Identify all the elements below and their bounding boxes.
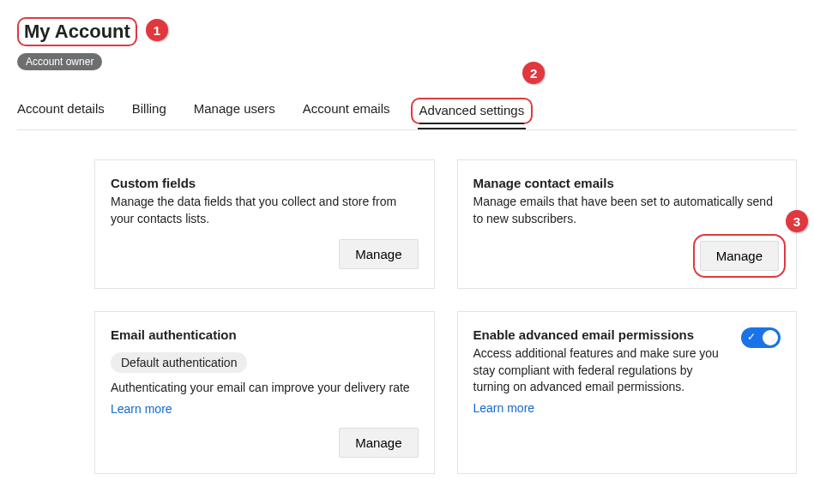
callout-2: 2 (522, 62, 545, 84)
toggle-knob (763, 330, 778, 345)
card-custom-fields: Custom fields Manage the data fields tha… (94, 159, 435, 289)
settings-grid: Custom fields Manage the data fields tha… (17, 159, 797, 474)
card-desc: Manage the data fields that you collect … (111, 194, 419, 227)
callout-3: 3 (786, 210, 808, 232)
card-title: Manage contact emails (473, 176, 781, 190)
tab-account-details[interactable]: Account details (17, 94, 105, 129)
tab-manage-users[interactable]: Manage users (194, 94, 275, 129)
card-title: Custom fields (111, 176, 419, 190)
learn-more-link[interactable]: Learn more (473, 401, 535, 415)
card-title: Email authentication (111, 327, 419, 342)
card-desc: Authenticating your email can improve yo… (111, 380, 419, 397)
callout-1: 1 (146, 19, 168, 41)
card-title: Enable advanced email permissions (473, 327, 733, 342)
page-header: My Account 1 Account owner (17, 17, 797, 70)
auth-chip: Default authentication (111, 352, 247, 373)
tab-advanced-settings[interactable]: Advanced settings 2 (418, 94, 527, 129)
role-badge: Account owner (17, 53, 102, 70)
check-icon: ✓ (747, 331, 756, 343)
card-contact-emails: Manage contact emails Manage emails that… (457, 159, 798, 289)
tab-advanced-settings-label: Advanced settings (419, 103, 525, 124)
card-desc: Access additional features and make sure… (473, 345, 733, 396)
tab-billing[interactable]: Billing (132, 94, 166, 129)
tab-account-emails[interactable]: Account emails (303, 94, 390, 129)
page-title: My Account (17, 17, 137, 46)
manage-button[interactable]: Manage (700, 241, 779, 271)
card-advanced-permissions: Enable advanced email permissions Access… (457, 311, 798, 474)
card-email-auth: Email authentication Default authenticat… (94, 311, 435, 474)
tabs: Account details Billing Manage users Acc… (17, 94, 797, 130)
permissions-toggle[interactable]: ✓ (741, 327, 781, 348)
manage-button[interactable]: Manage (339, 239, 418, 269)
learn-more-link[interactable]: Learn more (111, 402, 419, 416)
card-desc: Manage emails that have been set to auto… (473, 194, 781, 227)
manage-button[interactable]: Manage (339, 428, 418, 458)
